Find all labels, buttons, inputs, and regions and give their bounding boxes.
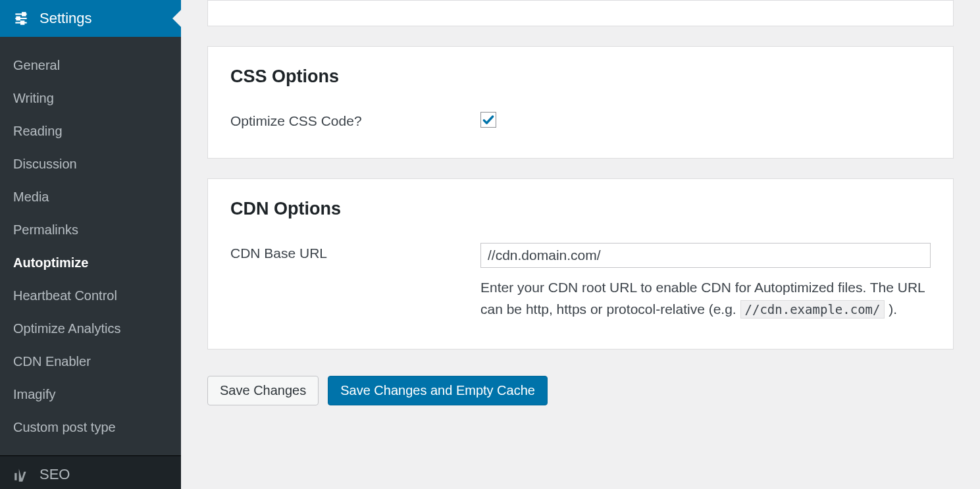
cdn-options-heading: CDN Options (230, 199, 931, 219)
admin-sidebar: Settings General Writing Reading Discuss… (0, 0, 181, 489)
settings-submenu: General Writing Reading Discussion Media… (0, 37, 181, 455)
cdn-base-url-label: CDN Base URL (230, 243, 480, 261)
sidebar-item-optimize-analytics[interactable]: Optimize Analytics (0, 312, 181, 345)
svg-rect-3 (22, 13, 25, 15)
cdn-base-url-row: CDN Base URL Enter your CDN root URL to … (230, 243, 931, 320)
sidebar-item-label: Reading (13, 124, 63, 138)
sidebar-item-label: Permalinks (13, 222, 78, 237)
sidebar-item-label: Autoptimize (13, 255, 88, 270)
sidebar-item-label: Media (13, 190, 49, 204)
save-changes-empty-cache-button[interactable]: Save Changes and Empty Cache (328, 376, 548, 405)
sidebar-item-reading[interactable]: Reading (0, 115, 181, 147)
optimize-css-row: Optimize CSS Code? (230, 111, 931, 129)
optimize-css-label: Optimize CSS Code? (230, 111, 480, 129)
sidebar-menu-seo[interactable]: SEO (0, 455, 181, 489)
yoast-seo-icon (12, 465, 30, 484)
sidebar-item-label: Custom post type (13, 420, 116, 434)
sidebar-item-discussion[interactable]: Discussion (0, 147, 181, 180)
description-text-2: ). (885, 301, 897, 317)
settings-sliders-icon (12, 9, 30, 28)
sidebar-item-label: Writing (13, 91, 54, 105)
sidebar-menu-settings[interactable]: Settings (0, 0, 181, 37)
sidebar-item-heartbeat-control[interactable]: Heartbeat Control (0, 279, 181, 312)
main-content: CSS Options Optimize CSS Code? CDN Optio… (181, 0, 980, 489)
panel-above-fold (207, 0, 954, 26)
sidebar-item-label: Heartbeat Control (13, 288, 117, 303)
sidebar-item-label: Discussion (13, 157, 77, 171)
css-options-panel: CSS Options Optimize CSS Code? (207, 46, 954, 159)
sidebar-item-label: Imagify (13, 387, 55, 401)
sidebar-menu-seo-label: SEO (39, 466, 70, 483)
sidebar-item-label: Optimize Analytics (13, 321, 120, 336)
action-buttons: Save Changes Save Changes and Empty Cach… (207, 376, 954, 405)
sidebar-item-imagify[interactable]: Imagify (0, 378, 181, 411)
sidebar-item-writing[interactable]: Writing (0, 82, 181, 115)
sidebar-menu-settings-label: Settings (39, 10, 92, 27)
css-options-heading: CSS Options (230, 66, 931, 87)
sidebar-item-general[interactable]: General (0, 49, 181, 82)
sidebar-item-cdn-enabler[interactable]: CDN Enabler (0, 345, 181, 378)
sidebar-item-permalinks[interactable]: Permalinks (0, 213, 181, 246)
cdn-base-url-description: Enter your CDN root URL to enable CDN fo… (480, 277, 931, 320)
cdn-options-panel: CDN Options CDN Base URL Enter your CDN … (207, 178, 954, 349)
svg-rect-4 (17, 17, 20, 20)
sidebar-item-label: General (13, 58, 60, 72)
svg-rect-5 (21, 21, 24, 24)
save-changes-button[interactable]: Save Changes (207, 376, 319, 405)
optimize-css-checkbox[interactable] (480, 112, 496, 128)
sidebar-item-label: CDN Enabler (13, 354, 91, 369)
cdn-base-url-input[interactable] (480, 243, 931, 268)
sidebar-item-custom-post-type[interactable]: Custom post type (0, 411, 181, 444)
sidebar-item-media[interactable]: Media (0, 180, 181, 213)
active-menu-pointer-icon (172, 9, 182, 28)
sidebar-item-autoptimize[interactable]: Autoptimize (0, 246, 181, 279)
description-code: //cdn.example.com/ (740, 300, 885, 319)
